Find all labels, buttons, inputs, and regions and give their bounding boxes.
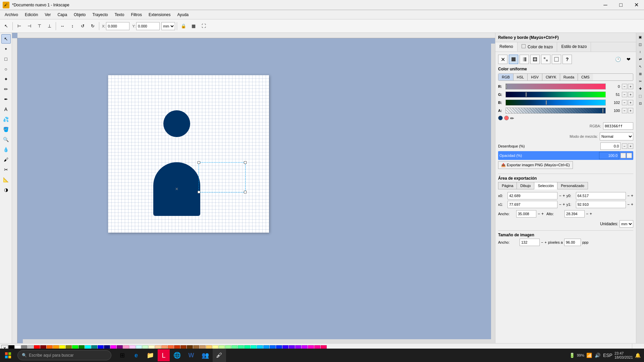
color-tab-hsv[interactable]: HSV: [528, 74, 542, 80]
group-btn[interactable]: ▦: [189, 21, 198, 31]
fill-heart-btn[interactable]: 🕐: [613, 55, 623, 64]
x0-plus[interactable]: +: [562, 193, 565, 198]
blend-select[interactable]: Normal Multiplicar Pantalla Superponer: [600, 132, 633, 140]
launcher-btn[interactable]: L: [158, 349, 170, 361]
menu-objeto[interactable]: Objeto: [70, 11, 89, 18]
a-minus[interactable]: −: [622, 108, 627, 113]
menu-texto[interactable]: Texto: [111, 11, 128, 18]
a-plus[interactable]: +: [628, 108, 633, 113]
color-tab-hsl[interactable]: HSL: [514, 74, 528, 80]
rgba-hex-input[interactable]: [603, 122, 633, 130]
fr-btn-2[interactable]: ◫: [637, 41, 644, 48]
fr-btn-1[interactable]: ▣: [637, 34, 644, 40]
edge-btn[interactable]: e: [129, 349, 143, 362]
menu-capa[interactable]: Capa: [54, 11, 70, 18]
eyedropper-icon[interactable]: ✏: [510, 116, 515, 120]
eraser-tool[interactable]: ✂: [1, 165, 11, 174]
tab-estilo-trazo[interactable]: Estilo de trazo: [557, 42, 591, 52]
b-plus[interactable]: +: [628, 100, 633, 105]
export-tab-page[interactable]: Página: [498, 182, 517, 189]
rect-tool[interactable]: □: [1, 54, 11, 64]
fill-linear-btn[interactable]: [520, 55, 529, 64]
inkscape-btn[interactable]: 🖋: [213, 349, 226, 362]
align-center-btn[interactable]: ⊣: [24, 21, 34, 31]
paint-tool[interactable]: 🖌: [1, 155, 11, 164]
start-button[interactable]: [0, 349, 16, 362]
color-tab-rgb[interactable]: RGB: [498, 74, 514, 80]
menu-archivo[interactable]: Archivo: [1, 11, 21, 18]
x1-input[interactable]: [507, 201, 557, 208]
menu-extensiones[interactable]: Extensiones: [145, 11, 174, 18]
width-input[interactable]: [516, 210, 536, 218]
x0-minus[interactable]: −: [559, 193, 561, 198]
fill-unknown-btn[interactable]: ?: [562, 55, 572, 64]
rotate-btn[interactable]: ↺: [78, 21, 87, 31]
fill-radial-btn[interactable]: [530, 55, 540, 64]
height-input[interactable]: [565, 210, 585, 218]
y0-plus[interactable]: +: [631, 193, 633, 198]
maximize-button[interactable]: □: [613, 0, 629, 10]
opacity-minus[interactable]: −: [621, 153, 626, 158]
export-tab-custom[interactable]: Personalizado: [557, 182, 588, 189]
measure-tool[interactable]: 📐: [1, 175, 11, 184]
x-input[interactable]: [106, 22, 129, 30]
blur-input[interactable]: [600, 142, 621, 150]
word-btn[interactable]: W: [184, 349, 198, 362]
teams-btn[interactable]: 👥: [199, 349, 212, 362]
fill-pattern-btn[interactable]: [541, 55, 550, 64]
menu-edicion[interactable]: Edición: [21, 11, 41, 18]
b-slider[interactable]: [505, 100, 606, 106]
rotate2-btn[interactable]: ↻: [88, 21, 97, 31]
y1-minus[interactable]: −: [627, 202, 630, 207]
x1-plus[interactable]: +: [562, 202, 565, 207]
tab-relleno[interactable]: Relleno: [495, 42, 518, 52]
align-left-btn[interactable]: ⊢: [14, 21, 24, 31]
star-tool[interactable]: ✦: [1, 74, 11, 84]
x0-input[interactable]: [507, 192, 557, 199]
color-dot-2[interactable]: [504, 116, 509, 120]
blur-minus[interactable]: −: [622, 143, 627, 149]
select-tool-btn[interactable]: ↖: [1, 21, 11, 31]
menu-ayuda[interactable]: Ayuda: [174, 11, 192, 18]
notification-icon[interactable]: 🔔: [634, 352, 641, 359]
selector-tool[interactable]: ↖: [1, 34, 11, 44]
text-tool[interactable]: A: [1, 105, 11, 114]
fullscreen-btn[interactable]: ⛶: [199, 21, 208, 31]
sel-handle-tr[interactable]: [244, 161, 247, 164]
sel-handle-bl[interactable]: [198, 191, 200, 193]
chrome-btn[interactable]: 🌐: [170, 349, 184, 362]
node-tool[interactable]: ✦: [1, 44, 11, 54]
spray-tool[interactable]: 💦: [1, 115, 11, 124]
g-plus[interactable]: +: [628, 92, 633, 97]
fill-bookmark-btn[interactable]: ❤: [624, 55, 633, 64]
g-minus[interactable]: −: [622, 92, 627, 97]
distribute-btn[interactable]: ⊥: [45, 21, 54, 31]
color-dot-1[interactable]: [498, 116, 503, 120]
export-tab-selection[interactable]: Selección: [534, 182, 557, 189]
sel-handle-br[interactable]: [244, 191, 247, 193]
r-slider[interactable]: [505, 83, 606, 89]
fr-btn-8[interactable]: ✚: [637, 85, 644, 92]
fr-btn-7[interactable]: ✂: [637, 78, 644, 84]
r-minus[interactable]: −: [622, 84, 627, 89]
dpi-input[interactable]: [564, 239, 581, 246]
fr-btn-5[interactable]: ↖: [637, 63, 644, 70]
b-minus[interactable]: −: [622, 100, 627, 105]
menu-ver[interactable]: Ver: [41, 11, 54, 18]
color-tab-cmyk[interactable]: CMYK: [542, 74, 560, 80]
fill-tool[interactable]: 🪣: [1, 125, 11, 134]
minimize-button[interactable]: ─: [598, 0, 613, 10]
body-shape[interactable]: ✕: [153, 162, 200, 216]
y1-plus[interactable]: +: [631, 202, 633, 207]
a-slider[interactable]: [505, 108, 606, 114]
height-minus[interactable]: −: [586, 212, 588, 216]
tab-color-trazo[interactable]: Color de trazo: [518, 42, 557, 52]
circle-shape[interactable]: [163, 110, 190, 137]
horizontal-scrollbar[interactable]: [23, 339, 495, 343]
export-tab-drawing[interactable]: Dibujo: [517, 182, 534, 189]
img-minus[interactable]: −: [541, 240, 543, 244]
align-right-btn[interactable]: ⊤: [35, 21, 44, 31]
fr-btn-10[interactable]: ⊡: [637, 100, 644, 107]
units-select[interactable]: mmpxcm: [620, 220, 633, 228]
canvas-area[interactable]: ✕: [12, 33, 495, 343]
